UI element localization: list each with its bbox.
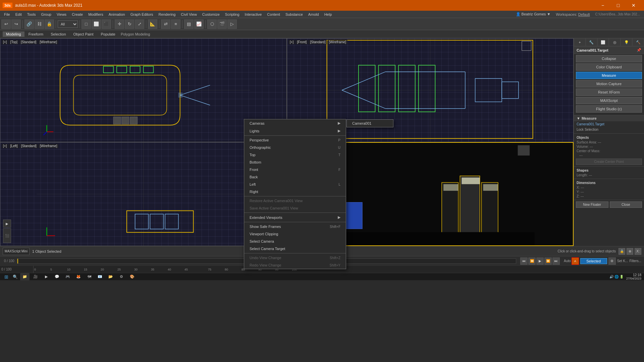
viewport-top-plus[interactable]: [+] bbox=[2, 40, 8, 44]
windows-start-button[interactable]: ⊞ bbox=[3, 273, 10, 281]
measure-section-header[interactable]: ▼ Measure bbox=[574, 115, 644, 121]
viewport-front-name[interactable]: [Front] bbox=[296, 40, 308, 44]
ctx-perspective[interactable]: Perspective P bbox=[244, 136, 346, 144]
ctx-cameras[interactable]: Cameras ▶ bbox=[244, 119, 346, 127]
ctx-back[interactable]: Back bbox=[244, 173, 346, 181]
ctx-orthographic[interactable]: Orthographic U bbox=[244, 144, 346, 151]
taskbar-app-10[interactable]: ⚙ bbox=[117, 273, 126, 281]
btn-play[interactable]: ▶ bbox=[536, 257, 544, 265]
bind-space-button[interactable]: 🔒 bbox=[45, 19, 54, 29]
render-setup-button[interactable]: 🎬 bbox=[217, 19, 227, 29]
unlink-button[interactable]: ⛓ bbox=[35, 19, 44, 29]
viewport-left-name[interactable]: [Left] bbox=[9, 144, 19, 148]
undo-button[interactable]: ↩ bbox=[1, 19, 11, 29]
taskbar-explorer[interactable]: 📁 bbox=[20, 273, 30, 281]
btn-reset-xform[interactable]: Reset XForm bbox=[576, 88, 642, 96]
measure-camera-target[interactable]: Camera001.Target bbox=[574, 121, 644, 127]
menu-create[interactable]: Create bbox=[69, 11, 86, 18]
curve-editor-button[interactable]: 📈 bbox=[194, 19, 204, 29]
viewport-left-standard[interactable]: [Standard] bbox=[20, 144, 38, 148]
material-editor-button[interactable]: ⬡ bbox=[207, 19, 217, 29]
move-button[interactable]: ✛ bbox=[115, 19, 124, 29]
status-x-icon[interactable]: X: bbox=[635, 248, 641, 255]
ctx-select-camera-target[interactable]: Select Camera Target bbox=[244, 245, 346, 252]
btn-prev-frame[interactable]: ⏪ bbox=[528, 257, 536, 265]
search-button[interactable]: 🔍 bbox=[11, 273, 19, 281]
menu-arnold[interactable]: Arnold bbox=[306, 11, 322, 18]
rp-tab-hierarchy[interactable]: ⬜ bbox=[597, 38, 609, 46]
ctx-left[interactable]: Left L bbox=[244, 181, 346, 188]
taskbar-app-2[interactable]: 🎥 bbox=[31, 273, 40, 281]
ctx-bottom[interactable]: Bottom bbox=[244, 159, 346, 166]
menu-help[interactable]: Help bbox=[322, 11, 335, 18]
btn-filter-keys[interactable]: ⚙ bbox=[608, 257, 616, 265]
align-button[interactable]: ≡ bbox=[171, 19, 180, 29]
ctx-select-camera[interactable]: Select Camera bbox=[244, 238, 346, 245]
viewport-top-name[interactable]: [Top] bbox=[9, 40, 19, 44]
menu-edit[interactable]: Edit bbox=[13, 11, 24, 18]
ctx-front[interactable]: Front F bbox=[244, 166, 346, 173]
btn-auto-key[interactable]: A bbox=[572, 257, 579, 265]
rp-tab-utilities[interactable]: 🔨 bbox=[632, 38, 644, 46]
link-button[interactable]: 🔗 bbox=[24, 19, 34, 29]
menu-animation[interactable]: Animation bbox=[106, 11, 128, 18]
btn-maxscript[interactable]: MAXScript bbox=[576, 97, 642, 104]
menu-file[interactable]: File bbox=[1, 11, 13, 18]
menu-graph-editors[interactable]: Graph Editors bbox=[128, 11, 156, 18]
menu-customize[interactable]: Customize bbox=[200, 11, 222, 18]
ctx-extended-viewports[interactable]: Extended Viewports ▶ bbox=[244, 214, 346, 221]
btn-next-frame[interactable]: ⏩ bbox=[544, 257, 552, 265]
mirror-button[interactable]: ⇄ bbox=[161, 19, 170, 29]
select-button[interactable]: □ bbox=[82, 19, 91, 29]
vp-cube-button[interactable]: ⬛ bbox=[3, 228, 11, 243]
menu-scripting[interactable]: Scripting bbox=[222, 11, 242, 18]
taskbar-app-8[interactable]: 📧 bbox=[95, 273, 105, 281]
taskbar-app-5[interactable]: 🎮 bbox=[63, 273, 72, 281]
viewport-front-wireframe[interactable]: [Wireframe] bbox=[327, 40, 347, 44]
ctx-viewport-clipping[interactable]: Viewport Clipping bbox=[244, 230, 346, 238]
tab-selection[interactable]: Selection bbox=[47, 32, 69, 37]
window-controls[interactable]: − □ ✕ bbox=[595, 0, 641, 11]
btn-collapse[interactable]: Collapse bbox=[576, 55, 642, 62]
maximize-button[interactable]: □ bbox=[610, 0, 626, 11]
status-target-icon[interactable]: ⊕ bbox=[627, 248, 633, 255]
viewport-left-plus[interactable]: [+] bbox=[2, 144, 8, 148]
select-filter-dropdown[interactable]: All bbox=[58, 20, 78, 28]
menu-content[interactable]: Content bbox=[264, 11, 283, 18]
taskbar-app-7[interactable]: 🗺 bbox=[85, 273, 94, 281]
taskbar-app-3[interactable]: ▶ bbox=[42, 273, 51, 281]
taskbar-app-9[interactable]: 📂 bbox=[106, 273, 115, 281]
select-region-button[interactable]: ⬜ bbox=[92, 19, 101, 29]
close-button[interactable]: ✕ bbox=[626, 0, 641, 11]
menu-rendering[interactable]: Rendering bbox=[156, 11, 178, 18]
tab-populate[interactable]: Populate bbox=[97, 32, 118, 37]
viewport-top-standard[interactable]: [Standard] bbox=[19, 40, 38, 44]
taskbar-app-4[interactable]: 💬 bbox=[52, 273, 62, 281]
viewport-front-standard[interactable]: [Standard] bbox=[309, 40, 327, 44]
reference-coord-button[interactable]: 📐 bbox=[148, 19, 157, 29]
btn-flight-studio[interactable]: Flight Studio (c) bbox=[576, 105, 642, 113]
menu-substance[interactable]: Substance bbox=[283, 11, 306, 18]
render-button[interactable]: ▷ bbox=[227, 19, 237, 29]
tab-object-paint[interactable]: Object Paint bbox=[70, 32, 97, 37]
menu-views[interactable]: Views bbox=[54, 11, 69, 18]
btn-color-clipboard[interactable]: Color Clipboard bbox=[576, 63, 642, 71]
selected-dropdown[interactable]: Selected bbox=[580, 258, 607, 264]
rp-tab-create[interactable]: + bbox=[574, 38, 586, 46]
layer-manager-button[interactable]: ▤ bbox=[184, 19, 194, 29]
btn-go-end[interactable]: ⏭ bbox=[552, 257, 560, 265]
btn-close-measure[interactable]: Close bbox=[610, 201, 642, 208]
btn-measure[interactable]: Measure bbox=[576, 72, 642, 79]
rotate-button[interactable]: ↻ bbox=[125, 19, 134, 29]
menu-modifiers[interactable]: Modifiers bbox=[86, 11, 106, 18]
taskbar-3dsmax[interactable]: 🎨 bbox=[127, 273, 137, 281]
scale-button[interactable]: ⤢ bbox=[135, 19, 144, 29]
menu-civil-view[interactable]: Civil View bbox=[178, 11, 199, 18]
btn-go-start[interactable]: ⏮ bbox=[520, 257, 528, 265]
ctx-top[interactable]: Top T bbox=[244, 151, 346, 159]
rp-tab-motion[interactable]: ◎ bbox=[609, 38, 621, 46]
menu-interactive[interactable]: Interactive bbox=[242, 11, 265, 18]
window-crossing-button[interactable]: ⬛ bbox=[102, 19, 111, 29]
ctx-camera001[interactable]: Camera001 bbox=[347, 120, 393, 127]
redo-button[interactable]: ↪ bbox=[11, 19, 21, 29]
